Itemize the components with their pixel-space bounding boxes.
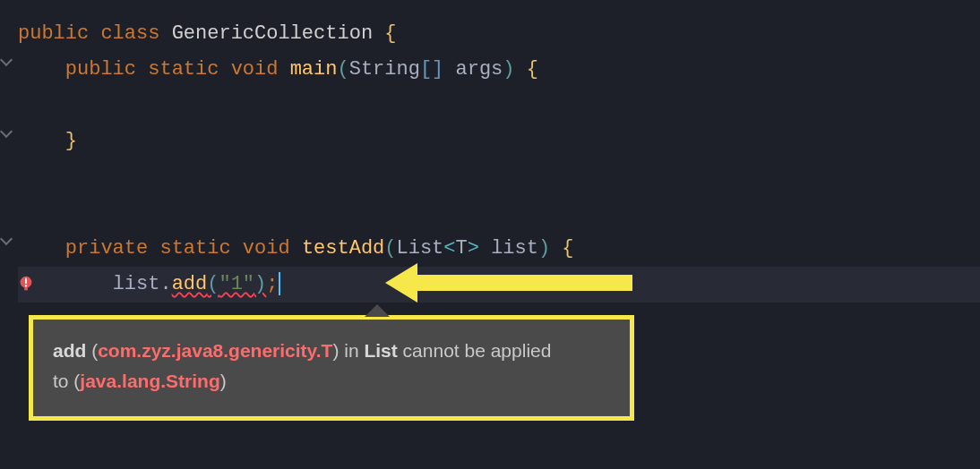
semicolon: ;: [266, 273, 278, 295]
code-editor[interactable]: public class GenericCollection { public …: [0, 0, 980, 303]
keyword: private: [65, 237, 148, 260]
text-cursor: [279, 272, 280, 295]
code-line[interactable]: [18, 88, 980, 124]
code-line[interactable]: public class GenericCollection {: [18, 16, 980, 52]
brace: {: [562, 237, 573, 260]
string-literal: "1": [219, 273, 254, 295]
class-name: GenericCollection: [172, 22, 373, 45]
tooltip-text: cannot be applied: [398, 340, 552, 361]
tooltip-type-error: java.lang.String: [80, 371, 219, 391]
keyword: void: [243, 237, 290, 260]
tooltip-method: add: [53, 340, 86, 361]
brace: {: [527, 58, 538, 81]
variable: list: [113, 273, 160, 295]
method-call-error: add: [172, 273, 208, 295]
svg-rect-1: [24, 287, 28, 291]
tooltip-text: ) in: [332, 340, 364, 361]
tooltip-text: (: [86, 340, 98, 361]
parameter: list: [491, 237, 538, 260]
keyword: class: [100, 22, 159, 45]
code-line[interactable]: public static void main(String[] args) {: [18, 52, 980, 88]
keyword: public: [18, 22, 89, 45]
intention-bulb-icon[interactable]: [16, 274, 36, 294]
tooltip-type-error: com.zyz.java8.genericity.T: [98, 340, 332, 361]
code-line[interactable]: private static void testAdd(List<T> list…: [18, 231, 980, 267]
tooltip-line: add (com.zyz.java8.genericity.T) in List…: [53, 336, 610, 366]
code-line[interactable]: [18, 195, 980, 231]
type: List: [397, 237, 444, 260]
tooltip-text: ): [220, 371, 227, 391]
keyword: static: [159, 237, 230, 260]
parameter: args: [456, 58, 503, 81]
brackets: []: [420, 58, 443, 81]
method-name: testAdd: [302, 237, 384, 260]
keyword: static: [148, 58, 219, 81]
code-line[interactable]: }: [18, 124, 980, 159]
tooltip-arrow: [365, 304, 390, 317]
tooltip-class: List: [364, 340, 397, 361]
generic-type: T: [456, 237, 468, 260]
brace: }: [65, 130, 77, 152]
keyword: public: [65, 58, 136, 81]
tooltip-text: to (: [53, 371, 80, 391]
keyword: void: [231, 58, 279, 81]
method-name: main: [290, 58, 338, 81]
error-tooltip: add (com.zyz.java8.genericity.T) in List…: [29, 315, 634, 421]
brace: {: [384, 22, 396, 45]
tooltip-line: to (java.lang.String): [53, 366, 610, 397]
annotation-arrow: [385, 263, 632, 303]
code-line[interactable]: [18, 159, 980, 195]
type: String: [349, 58, 420, 81]
